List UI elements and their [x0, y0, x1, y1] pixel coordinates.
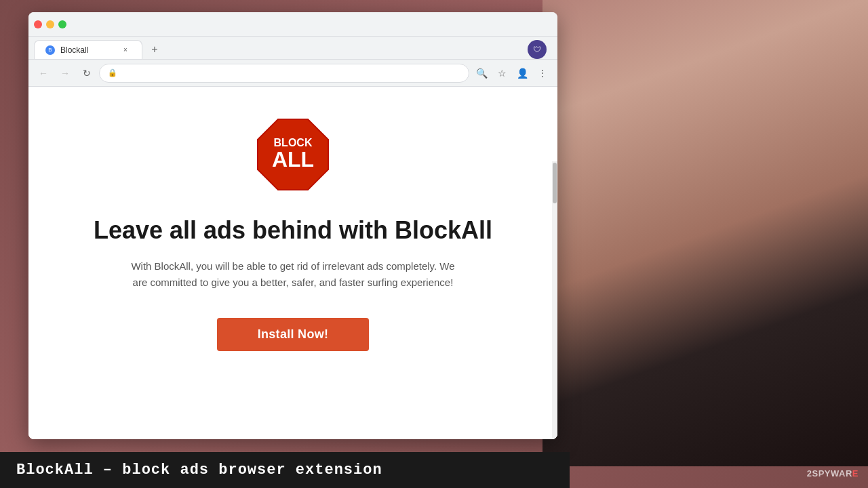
address-bar[interactable]: 🔒: [99, 64, 469, 83]
extension-icon[interactable]: 🛡: [528, 40, 547, 59]
bookmark-button[interactable]: ☆: [492, 64, 511, 83]
lock-icon: 🔒: [108, 68, 117, 77]
tab-favicon-icon: B: [45, 45, 55, 55]
zoom-icon: 🔍: [476, 68, 488, 79]
scrollbar-thumb[interactable]: [553, 163, 557, 203]
page-headline: Leave all ads behind with BlockAll: [94, 216, 492, 245]
svg-text:ALL: ALL: [272, 147, 314, 171]
person-image: [542, 0, 868, 466]
page-content: BLOCK ALL Leave all ads behind with Bloc…: [28, 87, 557, 439]
menu-icon: ⋮: [538, 68, 547, 79]
window-minimize-button[interactable]: −: [46, 20, 54, 28]
scrollbar[interactable]: [552, 161, 557, 439]
profile-icon: 👤: [517, 68, 528, 79]
browser-toolbar: ← → ↻ 🔒 🔍 ☆ 👤 ⋮: [28, 60, 557, 87]
page-subtext: With BlockAll, you will be able to get r…: [123, 258, 462, 291]
watermark-text: 2SPYWAR: [807, 468, 852, 479]
bookmark-icon: ☆: [498, 68, 507, 79]
caption-bar: BlockAll – block ads browser extension: [0, 452, 570, 488]
install-button[interactable]: Install Now!: [217, 318, 370, 351]
browser-window: × − □ B Blockall × + 🛡 ← → ↻ 🔒: [28, 12, 557, 439]
blockall-logo: BLOCK ALL: [252, 114, 334, 195]
tab-title: Blockall: [60, 45, 88, 55]
browser-tab-active[interactable]: B Blockall ×: [34, 40, 142, 59]
toolbar-actions: 🔍 ☆ 👤 ⋮: [472, 64, 552, 83]
profile-button[interactable]: 👤: [513, 64, 532, 83]
window-controls: × − □: [34, 20, 66, 28]
watermark-suffix: E: [852, 468, 859, 479]
back-button[interactable]: ←: [34, 64, 53, 83]
new-tab-button[interactable]: +: [145, 40, 164, 59]
refresh-button[interactable]: ↻: [77, 64, 96, 83]
forward-button[interactable]: →: [56, 64, 75, 83]
browser-titlebar: × − □: [28, 12, 557, 37]
window-close-button[interactable]: ×: [34, 20, 42, 28]
menu-button[interactable]: ⋮: [533, 64, 552, 83]
browser-tabs: B Blockall × + 🛡: [28, 37, 557, 60]
back-icon: ←: [39, 68, 48, 79]
watermark: 2SPYWARE: [807, 468, 859, 479]
refresh-icon: ↻: [83, 68, 91, 79]
window-maximize-button[interactable]: □: [58, 20, 66, 28]
caption-text: BlockAll – block ads browser extension: [16, 462, 382, 479]
tab-close-button[interactable]: ×: [120, 45, 131, 56]
forward-icon: →: [60, 68, 70, 79]
zoom-button[interactable]: 🔍: [472, 64, 491, 83]
